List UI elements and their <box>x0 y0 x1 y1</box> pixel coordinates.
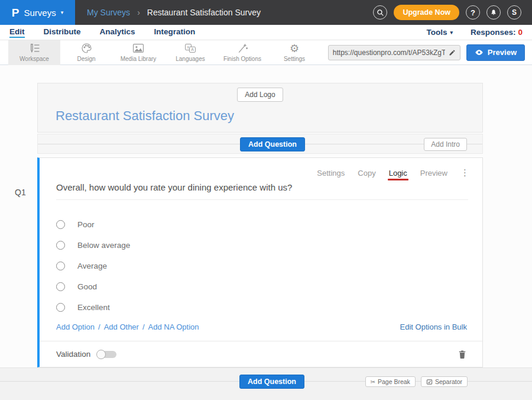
toolbar-tab-workspace[interactable]: Workspace <box>8 40 60 65</box>
breadcrumb-separator-icon: › <box>137 8 140 17</box>
radio-icon[interactable] <box>56 282 65 291</box>
toolbar-tab-design[interactable]: Design <box>60 40 112 65</box>
survey-section-nav: Edit Distribute Analytics Integration To… <box>0 25 532 40</box>
edit-toolbar: Workspace Design Media Library xA Langua… <box>0 40 532 65</box>
tab-integration[interactable]: Integration <box>154 27 196 38</box>
tab-edit[interactable]: Edit <box>9 27 25 38</box>
question-preview-link[interactable]: Preview <box>420 169 447 178</box>
share-url-area: Preview <box>328 44 532 61</box>
add-na-option-link[interactable]: Add NA Option <box>148 322 199 331</box>
option-row-good[interactable]: Good <box>56 276 482 297</box>
option-row-poor[interactable]: Poor <box>56 214 482 235</box>
add-intro-button[interactable]: Add Intro <box>424 138 467 151</box>
insert-element-buttons: ✂ Page Break Separator <box>365 376 468 387</box>
validation-row: Validation <box>40 341 482 367</box>
separator-label: Separator <box>435 378 462 385</box>
radio-icon[interactable] <box>56 262 65 270</box>
add-question-button-bottom[interactable]: Add Question <box>239 375 304 389</box>
account-avatar[interactable]: S <box>507 5 521 20</box>
question-settings-link[interactable]: Settings <box>317 169 345 178</box>
question-mark-icon: ? <box>471 8 475 17</box>
edit-options-in-bulk-link[interactable]: Edit Options in Bulk <box>400 322 467 331</box>
option-row-below-average[interactable]: Below average <box>56 235 482 256</box>
toolbar-tab-languages[interactable]: xA Languages <box>164 40 216 65</box>
survey-title[interactable]: Restaurant Satisfaction Survey <box>56 108 482 124</box>
option-row-excellent[interactable]: Excellent <box>56 297 482 318</box>
pencil-icon <box>449 49 456 56</box>
toggle-knob <box>96 350 106 359</box>
responses-label: Responses: <box>471 28 516 37</box>
radio-icon[interactable] <box>56 303 65 312</box>
header-actions: Upgrade Now ? S <box>373 5 532 20</box>
delete-question-button[interactable] <box>458 350 466 359</box>
add-option-link[interactable]: Add Option <box>56 322 95 331</box>
toolbar-tab-media-library[interactable]: Media Library <box>112 40 164 65</box>
notifications-button[interactable] <box>486 5 501 20</box>
surveys-menu-label: Surveys <box>24 8 56 18</box>
breadcrumb: My Surveys › Restaurant Satisfaction Sur… <box>87 8 261 17</box>
tools-label: Tools <box>426 28 447 37</box>
page-break-label: Page Break <box>378 378 410 385</box>
preview-label: Preview <box>488 48 517 57</box>
answer-options-list: Poor Below average Average Good <box>40 214 482 318</box>
gear-icon: ⚙ <box>290 43 299 54</box>
option-row-average[interactable]: Average <box>56 256 482 276</box>
survey-workspace: Add Logo Restaurant Satisfaction Survey … <box>0 65 532 400</box>
image-icon <box>132 43 144 54</box>
responses-counter[interactable]: Responses: 0 <box>471 28 523 37</box>
eye-icon <box>475 49 484 56</box>
avatar-initial: S <box>512 8 517 17</box>
question-text[interactable]: Overall, how would you rate your dining … <box>56 182 468 200</box>
option-label: Below average <box>77 241 130 250</box>
translate-icon: xA <box>184 43 196 54</box>
subnav-right: Tools ▾ Responses: 0 <box>426 28 532 37</box>
svg-text:A: A <box>191 48 194 52</box>
bell-icon <box>490 9 497 17</box>
add-other-link[interactable]: Add Other <box>104 322 139 331</box>
search-button[interactable] <box>373 5 387 20</box>
add-question-button-top[interactable]: Add Question <box>240 137 305 151</box>
survey-url-field[interactable] <box>328 45 460 60</box>
separator-button[interactable]: Separator <box>421 376 468 387</box>
responses-count: 0 <box>518 28 523 37</box>
svg-text:x: x <box>187 45 190 49</box>
tab-analytics[interactable]: Analytics <box>100 27 135 38</box>
add-option-links: Add Option / Add Other / Add NA Option <box>56 322 199 331</box>
validation-toggle[interactable] <box>96 350 116 359</box>
toolbar-tab-settings[interactable]: ⚙ Settings <box>268 40 320 65</box>
questionpro-logo-icon: P <box>12 7 20 18</box>
toolbar-tab-label: Settings <box>284 56 305 62</box>
validation-label: Validation <box>56 350 90 359</box>
kebab-menu-icon[interactable]: ⋮ <box>460 167 469 178</box>
toolbar-tab-label: Languages <box>176 56 205 62</box>
edit-url-button[interactable] <box>449 49 456 56</box>
preview-button[interactable]: Preview <box>466 44 525 61</box>
add-logo-button[interactable]: Add Logo <box>237 88 283 102</box>
link-separator: / <box>142 322 145 331</box>
trash-icon <box>458 350 466 359</box>
link-separator: / <box>98 322 100 331</box>
option-label: Good <box>77 282 97 291</box>
option-tools-row: Add Option / Add Other / Add NA Option E… <box>56 322 467 331</box>
add-question-band-top: Add Question Add Intro <box>37 134 483 154</box>
question-copy-link[interactable]: Copy <box>358 169 375 178</box>
upgrade-now-button[interactable]: Upgrade Now <box>394 5 459 20</box>
top-header: P Surveys ▾ My Surveys › Restaurant Sati… <box>0 0 532 25</box>
scissors-icon: ✂ <box>371 379 375 385</box>
tools-menu[interactable]: Tools ▾ <box>426 28 453 37</box>
question-card: Q1 Settings Copy Logic Preview ⋮ Overall… <box>37 157 483 367</box>
option-label: Average <box>77 262 107 270</box>
app-window: P Surveys ▾ My Surveys › Restaurant Sati… <box>0 0 532 400</box>
breadcrumb-my-surveys[interactable]: My Surveys <box>87 8 130 17</box>
tab-distribute[interactable]: Distribute <box>44 27 81 38</box>
radio-icon[interactable] <box>56 220 65 229</box>
radio-icon[interactable] <box>56 241 65 250</box>
section-tabs: Edit Distribute Analytics Integration <box>9 27 195 38</box>
toolbar-tab-finish-options[interactable]: Finish Options <box>216 40 268 65</box>
page-break-button[interactable]: ✂ Page Break <box>365 376 416 387</box>
help-button[interactable]: ? <box>466 5 480 20</box>
question-logic-link[interactable]: Logic <box>389 169 407 178</box>
toolbar-tabs: Workspace Design Media Library xA Langua… <box>8 40 320 65</box>
survey-url-input[interactable] <box>333 49 445 57</box>
surveys-app-menu[interactable]: P Surveys ▾ <box>0 0 75 25</box>
